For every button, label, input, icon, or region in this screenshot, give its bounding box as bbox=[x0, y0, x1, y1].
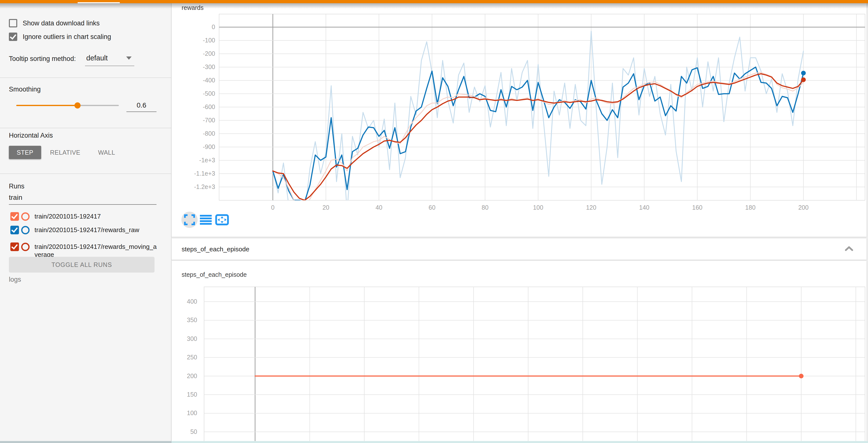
checkbox-label: Show data download links bbox=[23, 20, 99, 27]
smoothing-slider[interactable] bbox=[16, 105, 119, 106]
y-tick-label: -900 bbox=[203, 143, 215, 150]
run-checkbox[interactable] bbox=[10, 212, 19, 221]
steps-chart-title: steps_of_each_episode bbox=[182, 271, 247, 278]
runs-label: Runs bbox=[9, 182, 24, 190]
bottom-edge-strip bbox=[172, 441, 868, 443]
y-tick-label: -1e+3 bbox=[199, 157, 215, 164]
run-checkbox[interactable] bbox=[10, 242, 19, 251]
x-tick-label: 40 bbox=[376, 204, 382, 211]
x-tick-label: 60 bbox=[429, 204, 435, 211]
y-tick-label: -1.1e+3 bbox=[194, 170, 215, 177]
y-tick-label: -800 bbox=[203, 130, 215, 137]
ignore-outliers-row[interactable]: Ignore outliers in chart scaling bbox=[9, 33, 111, 41]
y-tick-label: -700 bbox=[203, 117, 215, 124]
settings-sidebar: Show data download links Ignore outliers… bbox=[0, 3, 171, 443]
x-tick-label: 80 bbox=[482, 204, 489, 211]
rewards-chart-title: rewards bbox=[182, 4, 204, 11]
expand-chart-icon[interactable] bbox=[181, 212, 198, 228]
smoothing-slider-thumb[interactable] bbox=[74, 102, 81, 109]
y-tick-label: 100 bbox=[187, 409, 197, 416]
y-tick-label: 400 bbox=[187, 298, 197, 305]
chevron-up-icon[interactable] bbox=[845, 246, 853, 252]
smoothing-label: Smoothing bbox=[9, 86, 41, 93]
smoothing-slider-fill bbox=[16, 105, 77, 106]
run-checkbox[interactable] bbox=[10, 226, 19, 234]
dropdown-underline bbox=[85, 66, 134, 66]
x-tick-label: 200 bbox=[798, 204, 809, 211]
series-end-dot bbox=[801, 71, 806, 76]
y-tick-label: 350 bbox=[187, 317, 197, 323]
checkbox-label: Ignore outliers in chart scaling bbox=[23, 33, 111, 41]
ignore-outliers-checkbox[interactable] bbox=[9, 33, 17, 41]
app-header-bar bbox=[0, 0, 868, 3]
runs-filter-underline bbox=[9, 204, 156, 205]
y-tick-label: 0 bbox=[212, 24, 215, 30]
axis-option-relative[interactable]: RELATIVE bbox=[41, 146, 89, 159]
steps-line-chart[interactable]: 40035030025020015010050 bbox=[172, 261, 867, 443]
run-label: train/20201015-192417/rewards_raw bbox=[34, 226, 157, 234]
run-color-radio[interactable] bbox=[21, 212, 30, 221]
run-row[interactable]: train/20201015-192417/rewards_moving_ave… bbox=[10, 242, 157, 259]
rewards-chart-card: rewards 0-100-200-300-400-500-600-700-80… bbox=[172, 3, 867, 237]
smoothing-value-underline bbox=[126, 112, 156, 112]
tooltip-sorting-select[interactable]: default bbox=[86, 54, 108, 62]
x-tick-label: 180 bbox=[745, 204, 755, 211]
run-row[interactable]: train/20201015-192417 bbox=[10, 212, 157, 221]
y-tick-label: 200 bbox=[187, 373, 197, 379]
x-tick-label: 0 bbox=[271, 204, 275, 211]
horizontal-axis-options: STEP RELATIVE WALL bbox=[9, 146, 124, 159]
logs-footer-label: logs bbox=[9, 276, 21, 284]
axis-option-wall[interactable]: WALL bbox=[89, 146, 124, 159]
horizontal-axis-label: Horizontal Axis bbox=[9, 132, 53, 139]
chart-toolbar bbox=[181, 212, 230, 228]
divider bbox=[0, 173, 171, 174]
x-tick-label: 140 bbox=[639, 204, 649, 211]
x-tick-label: 100 bbox=[533, 204, 544, 211]
axis-option-step[interactable]: STEP bbox=[9, 146, 41, 159]
y-tick-label: 50 bbox=[190, 428, 197, 435]
x-tick-label: 160 bbox=[692, 204, 703, 211]
y-tick-label: 300 bbox=[187, 335, 197, 342]
steps-section-header[interactable]: steps_of_each_episode bbox=[172, 238, 867, 260]
run-color-radio[interactable] bbox=[21, 243, 30, 251]
y-tick-label: -300 bbox=[203, 63, 215, 70]
y-tick-label: -600 bbox=[203, 104, 215, 110]
series-end-dot bbox=[801, 78, 806, 82]
rewards-line-chart[interactable]: 0-100-200-300-400-500-600-700-800-900-1e… bbox=[172, 3, 867, 237]
y-tick-label: -1.2e+3 bbox=[194, 183, 215, 190]
runs-filter-input[interactable] bbox=[9, 194, 156, 202]
show-data-download-links-row[interactable]: Show data download links bbox=[9, 19, 99, 27]
run-color-radio[interactable] bbox=[21, 226, 30, 234]
steps-chart-card: steps_of_each_episode 400350300250200150… bbox=[172, 261, 867, 443]
x-tick-label: 20 bbox=[322, 204, 329, 211]
section-title: steps_of_each_episode bbox=[182, 245, 249, 253]
y-tick-label: 150 bbox=[187, 391, 197, 398]
chevron-down-icon[interactable] bbox=[126, 57, 132, 60]
y-tick-label: -500 bbox=[203, 90, 215, 97]
run-label: train/20201015-192417/rewards_moving_ave… bbox=[34, 243, 157, 259]
y-tick-label: -400 bbox=[203, 77, 215, 84]
divider bbox=[0, 128, 171, 128]
run-row[interactable]: train/20201015-192417/rewards_raw bbox=[10, 226, 157, 234]
x-tick-label: 120 bbox=[586, 204, 596, 211]
bottom-edge-strip bbox=[0, 441, 172, 443]
series-end-dot bbox=[799, 374, 804, 378]
tooltip-sorting-label: Tooltip sorting method: bbox=[9, 55, 76, 63]
toggle-all-runs-button[interactable]: TOGGLE ALL RUNS bbox=[9, 257, 155, 272]
fit-domain-icon[interactable] bbox=[214, 212, 230, 228]
active-tab-underline bbox=[78, 2, 120, 3]
y-tick-label: -100 bbox=[203, 37, 215, 43]
y-tick-label: -200 bbox=[203, 50, 215, 57]
plot-border bbox=[204, 287, 865, 443]
smoothing-value-field[interactable]: 0.6 bbox=[126, 101, 156, 109]
divider bbox=[0, 78, 171, 78]
data-table-icon[interactable] bbox=[198, 212, 214, 228]
run-label: train/20201015-192417 bbox=[34, 212, 157, 220]
y-tick-label: 250 bbox=[187, 354, 197, 361]
show-data-download-links-checkbox[interactable] bbox=[9, 19, 17, 27]
